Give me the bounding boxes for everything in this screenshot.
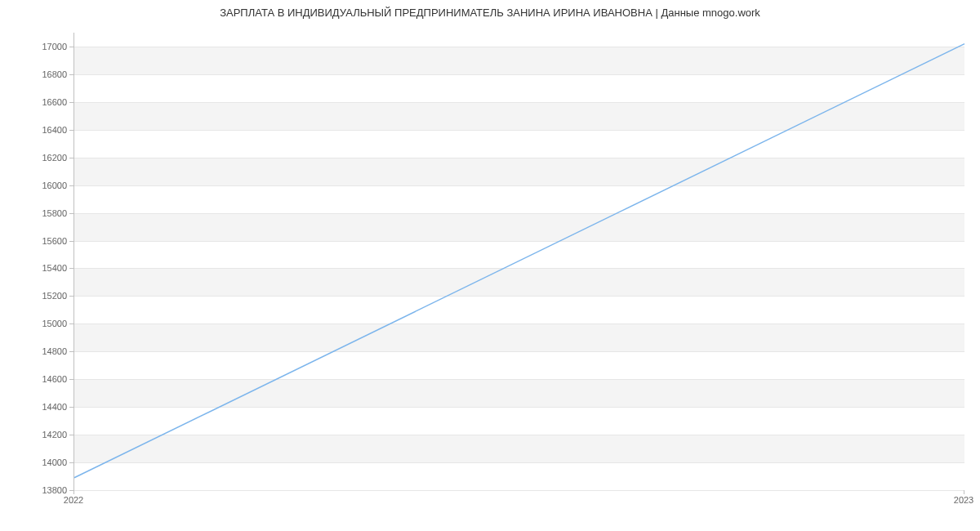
y-tick-label: 17000	[0, 42, 67, 51]
x-tick-label: 2022	[64, 495, 83, 505]
chart-title: ЗАРПЛАТА В ИНДИВИДУАЛЬНЫЙ ПРЕДПРИНИМАТЕЛ…	[0, 7, 980, 19]
y-tick-label: 16800	[0, 69, 67, 79]
chart-container: ЗАРПЛАТА В ИНДИВИДУАЛЬНЫЙ ПРЕДПРИНИМАТЕЛ…	[0, 0, 980, 531]
y-tick-label: 16600	[0, 97, 67, 107]
y-tick-label: 14800	[0, 346, 67, 356]
y-tick-label: 14400	[0, 402, 67, 412]
y-tick-label: 15600	[0, 236, 67, 246]
y-tick-label: 13800	[0, 485, 67, 495]
y-tick-label: 15400	[0, 263, 67, 273]
y-tick-label: 15000	[0, 319, 67, 328]
y-tick-label: 16200	[0, 153, 67, 163]
y-tick-label: 14000	[0, 457, 67, 467]
plot-area	[74, 33, 964, 491]
y-tick-label: 16400	[0, 125, 67, 135]
y-tick-label: 14200	[0, 430, 67, 440]
y-tick-label: 15800	[0, 208, 67, 218]
x-tick-label: 2023	[954, 495, 973, 505]
y-tick-label: 14600	[0, 374, 67, 384]
grid-line-h	[74, 490, 964, 491]
series-line	[74, 33, 964, 490]
y-tick-label: 15200	[0, 291, 67, 301]
y-tick-label: 16000	[0, 181, 67, 190]
